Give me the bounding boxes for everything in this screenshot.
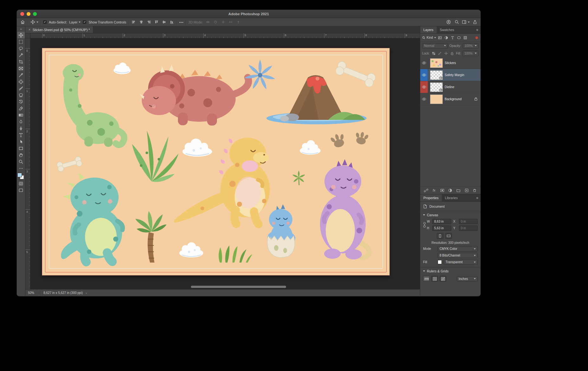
filter-type-layers-icon[interactable] (450, 35, 455, 40)
sticker-fern[interactable] (132, 131, 179, 182)
zoom-level-field[interactable]: 50% (28, 291, 37, 295)
toggle-grid-button[interactable] (431, 276, 438, 282)
horizontal-scrollbar[interactable] (191, 286, 286, 288)
tab-properties[interactable]: Properties (420, 194, 442, 201)
visibility-eye-icon[interactable] (420, 81, 428, 93)
filter-shape-layers-icon[interactable] (456, 35, 461, 40)
canvas-fill-dropdown[interactable]: Transparent (444, 259, 478, 265)
titlebar[interactable]: Adobe Photoshop 2021 (17, 10, 480, 18)
tool-rectangular-marquee[interactable] (17, 38, 25, 45)
height-field[interactable]: 5,63 in (432, 225, 451, 231)
tool-lasso[interactable] (17, 45, 25, 52)
tool-pen[interactable] (17, 125, 25, 132)
edit-toolbar-dots-icon[interactable] (17, 165, 25, 172)
close-tab-icon[interactable]: × (29, 28, 30, 31)
layer-filter-kind-dropdown[interactable]: Kind (422, 36, 436, 39)
lock-position-icon[interactable] (444, 51, 448, 56)
show-transform-checkbox[interactable]: ✓ (83, 20, 86, 24)
visibility-eye-icon[interactable] (420, 93, 428, 105)
canvas-section-header[interactable]: Canvas (420, 211, 480, 219)
link-layers-icon[interactable] (423, 188, 428, 193)
align-top-edges-icon[interactable] (154, 19, 159, 25)
filter-smart-objects-icon[interactable] (462, 35, 468, 40)
lock-transparency-icon[interactable] (431, 51, 436, 56)
foreground-color-chip[interactable] (18, 173, 22, 177)
tool-path-selection[interactable] (17, 138, 25, 145)
tool-frame[interactable] (17, 65, 25, 72)
current-tool-dropdown[interactable] (30, 20, 38, 24)
layer-thumbnail[interactable] (430, 94, 443, 104)
link-dimensions-icon[interactable] (422, 219, 427, 231)
align-left-edges-icon[interactable] (131, 19, 136, 25)
3d-roll-icon[interactable] (213, 19, 218, 25)
ruler-horizontal[interactable]: 0123456789 (30, 33, 420, 38)
quick-mask-button[interactable] (17, 180, 25, 187)
ruler-vertical[interactable]: 012345 (25, 38, 30, 289)
auto-select-mode-dropdown[interactable]: Layer (69, 20, 81, 24)
sticker-footprints[interactable] (329, 131, 369, 149)
workspace-switcher[interactable] (462, 20, 470, 24)
layer-row-safety-margin[interactable]: Safety Margin (420, 69, 480, 81)
sticker-cloud-3[interactable] (300, 140, 321, 155)
sticker-red-triceratops[interactable] (139, 64, 249, 126)
tool-crop[interactable] (17, 58, 25, 65)
sticker-bone-1[interactable] (334, 60, 376, 88)
new-layer-icon[interactable] (464, 188, 469, 193)
layer-row-stickers[interactable]: Stickers (420, 57, 480, 69)
3d-pan-icon[interactable] (220, 19, 226, 25)
tab-swatches[interactable]: Swatches (437, 26, 458, 33)
layer-row-background[interactable]: Background (420, 93, 480, 105)
portrait-orientation-button[interactable] (437, 233, 443, 239)
layers-panel-menu-icon[interactable]: ≡ (474, 26, 480, 33)
layer-thumbnail[interactable] (430, 82, 443, 92)
filter-pixel-layers-icon[interactable] (437, 35, 442, 40)
screen-mode-button[interactable] (17, 187, 25, 193)
toggle-pixel-grid-button[interactable] (440, 276, 446, 282)
toolbar-collapse-chevrons[interactable]: » (20, 26, 22, 32)
tool-healing-brush[interactable] (17, 78, 25, 85)
landscape-orientation-button[interactable] (445, 233, 452, 239)
sticker-sprig[interactable] (292, 171, 305, 185)
sticker-volcano[interactable] (266, 75, 367, 124)
new-group-folder-icon[interactable] (456, 188, 461, 193)
units-dropdown[interactable]: Inches (457, 276, 478, 282)
more-align-options-icon[interactable]: ••• (179, 20, 184, 24)
sticker-egg-baby-dino[interactable] (267, 204, 295, 257)
properties-panel-menu-icon[interactable]: ≡ (474, 194, 480, 201)
tool-clone-stamp[interactable] (17, 92, 25, 98)
ruler-origin-corner[interactable] (25, 33, 30, 38)
layer-row-dieline[interactable]: Dieline (420, 81, 480, 93)
sticker-grass[interactable] (219, 245, 252, 263)
sticker-cloud-1[interactable] (114, 62, 131, 74)
color-chips[interactable] (17, 172, 25, 180)
tool-gradient[interactable] (17, 112, 25, 118)
home-icon[interactable] (19, 19, 26, 25)
tool-zoom[interactable] (17, 158, 25, 165)
y-field[interactable]: 0 in (459, 225, 478, 231)
status-expand-chevron-icon[interactable]: › (86, 291, 87, 295)
fill-color-swatch[interactable] (438, 260, 442, 264)
share-icon[interactable] (472, 19, 478, 25)
layer-thumbnail[interactable] (430, 70, 443, 80)
lock-pixels-icon[interactable] (437, 51, 442, 56)
search-icon[interactable] (454, 19, 460, 25)
adjustment-layer-icon[interactable] (448, 188, 453, 193)
opacity-dropdown[interactable]: 100% (463, 43, 479, 49)
document-tab[interactable]: × Sticker-Sheet.psd @ 50% (CMYK/8*) * (25, 26, 93, 33)
filter-adjustment-layers-icon[interactable] (443, 35, 449, 40)
visibility-eye-icon[interactable] (420, 69, 428, 81)
visibility-eye-icon[interactable] (420, 57, 428, 69)
tool-history-brush[interactable] (17, 98, 25, 105)
add-layer-mask-icon[interactable] (440, 188, 445, 193)
sticker-cloud-2[interactable] (182, 139, 212, 157)
3d-slide-icon[interactable] (228, 19, 233, 25)
sticker-green-brontosaurus[interactable] (63, 64, 124, 147)
sticker-bone-2[interactable] (56, 156, 83, 172)
3d-dolly-icon[interactable] (236, 19, 241, 25)
toggle-rulers-button[interactable] (423, 276, 430, 282)
blend-mode-dropdown[interactable]: Normal (422, 43, 448, 49)
canvas-viewport[interactable] (30, 38, 420, 289)
sticker-cloud-4[interactable] (179, 242, 203, 257)
align-horizontal-centers-icon[interactable] (139, 19, 144, 25)
align-bottom-edges-icon[interactable] (169, 19, 174, 25)
